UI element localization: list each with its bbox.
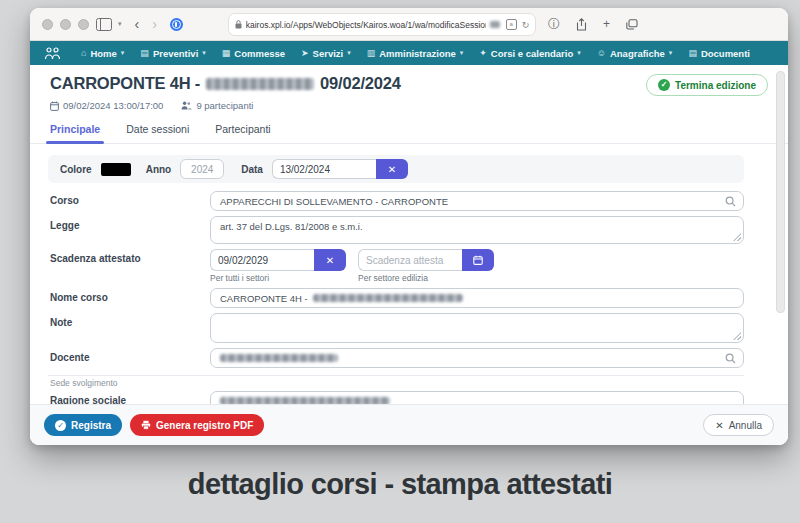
nav-item-preventivi[interactable]: ▤Preventivi▾ [140, 48, 205, 59]
scadenza-edilizia-group: Scadenza attesta Per settore edilizia [358, 249, 494, 283]
close-window-button[interactable] [42, 19, 53, 30]
nav-item-anagrafiche[interactable]: ☺Anagrafiche▾ [597, 48, 673, 59]
nav-item-servizi[interactable]: ➤Servizi▾ [301, 48, 351, 59]
back-button[interactable]: ‹ [135, 17, 140, 31]
address-bar[interactable]: kairos.xpl.io/Apps/WebObjects/Kairos.woa… [228, 13, 536, 36]
corso-label: Corso [48, 191, 210, 206]
calendar-icon [473, 255, 483, 265]
session-meta: 09/02/2024 13:00/17:00 9 partecipanti [30, 96, 788, 111]
nav-item-amministrazione[interactable]: ▥Amministrazione▾ [367, 48, 464, 59]
info-icon[interactable]: ⓘ [548, 16, 560, 33]
genera-registro-pdf-button[interactable]: Genera registro PDF [130, 414, 264, 436]
annulla-button[interactable]: ✕ Annulla [703, 414, 774, 436]
share-icon[interactable] [576, 18, 587, 31]
search-icon[interactable] [725, 196, 736, 207]
tab-principale[interactable]: Principale [50, 123, 100, 143]
scadenza-edilizia-input[interactable]: Scadenza attesta [358, 249, 462, 271]
resize-grip-icon[interactable] [733, 332, 741, 340]
scadenza-tutti-settori-input[interactable]: 09/02/2029 [210, 249, 314, 271]
date-input-group: 13/02/2024 ✕ [272, 159, 408, 179]
check-circle-icon: ✓ [658, 79, 670, 91]
toolbar-left-controls: ▾ ‹ › [96, 8, 183, 40]
scadenza-caption-1: Per tutti i settori [210, 273, 346, 283]
tab-partecipanti[interactable]: Partecipanti [215, 123, 270, 143]
nome-corso-input[interactable]: CARROPONTE 4H - [210, 288, 744, 308]
year-input[interactable]: 2024 [180, 159, 224, 179]
scrollbar[interactable] [776, 71, 785, 313]
docente-input[interactable] [210, 348, 744, 368]
filter-bar: Colore Anno 2024 Data 13/02/2024 ✕ [48, 155, 744, 183]
tab-date-sessioni[interactable]: Date sessioni [126, 123, 189, 143]
app-navbar: ⌂Home▾ ▤Preventivi▾ ▦Commesse ➤Servizi▾ … [30, 41, 788, 65]
tab-overview-icon[interactable] [626, 19, 638, 30]
x-icon: ✕ [715, 420, 723, 431]
note-label: Note [48, 313, 210, 328]
resize-grip-icon[interactable] [733, 233, 741, 241]
nav-item-corsi-e-calendario[interactable]: ✦Corsi e calendario▾ [479, 48, 580, 59]
chevron-down-icon: ▾ [347, 49, 351, 57]
date-input[interactable]: 13/02/2024 [272, 159, 376, 179]
course-form: Corso APPARECCHI DI SOLLEVAMENTO - CARRO… [30, 191, 788, 411]
scadenza-tutti-settori-group: 09/02/2029 ✕ Per tutti i settori [210, 249, 346, 283]
check-circle-icon: ✓ [55, 420, 66, 431]
x-icon: ✕ [388, 164, 396, 175]
toolbar-right-controls: ⓘ + [548, 8, 638, 40]
people-icon [181, 101, 192, 110]
nav-item-home[interactable]: ⌂Home▾ [81, 48, 124, 59]
page-content: CARROPONTE 4H - 09/02/2024 ✓ Termina edi… [30, 65, 788, 445]
form-action-bar: ✓ Registra Genera registro PDF ✕ Annulla [30, 404, 788, 445]
reload-icon[interactable]: ↻ [522, 20, 530, 30]
zoom-window-button[interactable] [78, 19, 89, 30]
password-extension-icon[interactable] [170, 18, 183, 31]
nav-item-commesse[interactable]: ▦Commesse [222, 48, 285, 59]
chevron-down-icon: ▾ [577, 49, 581, 57]
browser-window: ▾ ‹ › kairos.xpl.io/Apps/WebObjects/Kair… [30, 8, 788, 445]
note-textarea[interactable] [210, 313, 744, 343]
termina-edizione-button[interactable]: ✓ Termina edizione [646, 74, 768, 96]
redacted-text [206, 78, 314, 90]
search-icon[interactable] [725, 353, 736, 364]
corso-input[interactable]: APPARECCHI DI SOLLEVAMENTO - CARROPONTE [210, 191, 744, 211]
chevron-down-icon: ▾ [121, 49, 125, 57]
page-title: CARROPONTE 4H - 09/02/2024 [50, 74, 401, 93]
year-label: Anno [146, 164, 172, 175]
clear-date-button[interactable]: ✕ [376, 159, 408, 179]
badge-icon: ✦ [479, 48, 487, 58]
lock-icon [235, 20, 242, 29]
section-divider [48, 375, 744, 376]
redacted-text [490, 21, 500, 28]
address-bar-tools: a ↻ [506, 19, 530, 30]
nav-item-documenti[interactable]: ▤Documenti [688, 48, 750, 59]
scadenza-attestato-label: Scadenza attestato [48, 249, 210, 264]
sede-svolgimento-section-label: Sede svolgimento [50, 378, 744, 388]
color-swatch[interactable] [101, 163, 131, 176]
document-icon: ▤ [688, 48, 697, 58]
redacted-text [220, 354, 338, 362]
session-participants: 9 partecipanti [181, 100, 253, 111]
new-tab-icon[interactable]: + [603, 17, 610, 31]
session-datetime: 09/02/2024 13:00/17:00 [50, 100, 163, 111]
screenshot-caption: dettaglio corsi - stampa attestati [0, 468, 800, 501]
app-logo-icon[interactable] [44, 47, 61, 60]
tab-bar: Principale Date sessioni Partecipanti [30, 111, 788, 144]
color-label: Colore [60, 164, 92, 175]
x-icon: ✕ [326, 255, 334, 266]
clear-scadenza-button[interactable]: ✕ [314, 249, 346, 271]
scadenza-caption-2: Per settore edilizia [358, 273, 494, 283]
calendar-picker-button[interactable] [462, 249, 494, 271]
printer-icon [141, 420, 151, 430]
url-text: kairos.xpl.io/Apps/WebObjects/Kairos.woa… [246, 20, 486, 30]
chevron-down-icon: ▾ [669, 49, 673, 57]
registra-button[interactable]: ✓ Registra [44, 414, 122, 436]
legge-label: Legge [48, 216, 210, 231]
traffic-lights [42, 19, 89, 30]
sidebar-chevron-icon[interactable]: ▾ [118, 20, 122, 28]
docente-label: Docente [48, 348, 210, 363]
translate-icon[interactable]: a [506, 19, 517, 30]
sidebar-toggle-icon[interactable] [96, 18, 112, 31]
minimize-window-button[interactable] [60, 19, 71, 30]
forward-button[interactable]: › [152, 17, 157, 31]
people-icon: ☺ [597, 48, 606, 58]
home-icon: ⌂ [81, 48, 86, 58]
legge-textarea[interactable]: art. 37 del D.Lgs. 81/2008 e s.m.i. [210, 216, 744, 244]
